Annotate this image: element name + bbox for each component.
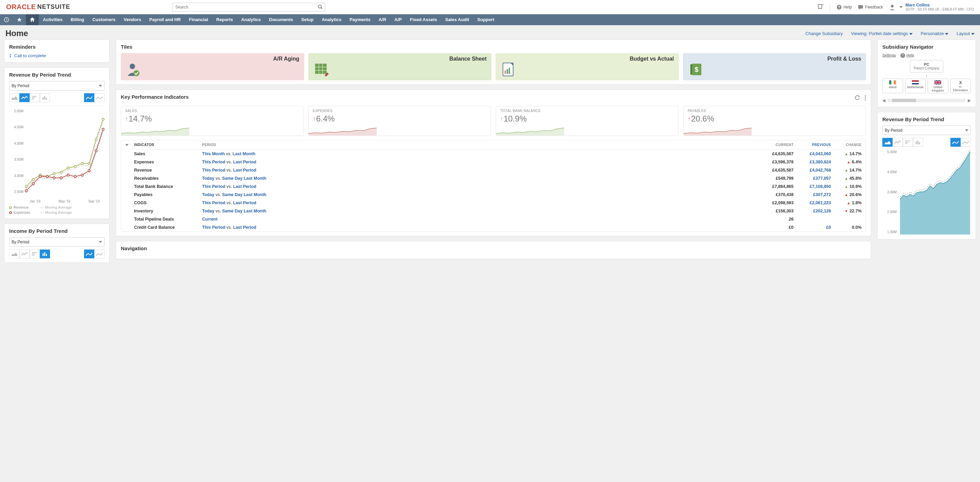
nav-item-sales-audit[interactable]: Sales Audit — [441, 14, 473, 25]
nav-item-billing[interactable]: Billing — [67, 14, 89, 25]
kpi-row[interactable]: Inventory Today vs. Same Day Last Month … — [121, 207, 865, 215]
hbar-chart-icon[interactable] — [30, 250, 40, 258]
kpi-card-total-bank-balance[interactable]: TOTAL BANK BALANCE ↑10.9% — [496, 106, 679, 136]
create-new-icon[interactable]: + — [818, 4, 824, 10]
subnav-help-link[interactable]: Help — [907, 53, 914, 57]
kpi-row[interactable]: Total Pipeline Deals Current 26 — [121, 215, 865, 223]
revenue-area-chart: 5.00M4.00M3.00M2.00M1.00M — [882, 150, 971, 235]
toggle-series-a-icon[interactable] — [84, 93, 94, 102]
toggle-series-a-icon[interactable] — [950, 138, 961, 147]
kpi-row[interactable]: Sales This Month vs. Last Month £4,635,5… — [121, 150, 865, 158]
chevron-down-icon — [965, 129, 969, 131]
nav-item-customers[interactable]: Customers — [89, 14, 120, 25]
help-icon: ? — [900, 53, 905, 58]
nav-item-activities[interactable]: Activities — [39, 14, 67, 25]
toggle-series-b-icon[interactable] — [94, 250, 105, 258]
nav-item-vendors[interactable]: Vendors — [119, 14, 145, 25]
kpi-row[interactable]: Payables Today vs. Same Day Last Month £… — [121, 191, 865, 199]
nav-item-support[interactable]: Support — [473, 14, 498, 25]
subsidiary-node[interactable]: eland — [882, 79, 903, 93]
svg-rect-82 — [916, 142, 917, 144]
reminder-item[interactable]: 1 Call to complete — [9, 53, 105, 58]
scroll-right-icon[interactable]: ▶ — [968, 98, 971, 103]
kpi-card-expenses[interactable]: EXPENSES ↑6.4% — [308, 106, 491, 136]
topbar-right: + ? Help Feedback Marc Collins SDTP - SS… — [818, 3, 974, 11]
line-chart-icon[interactable] — [892, 138, 903, 147]
svg-rect-69 — [891, 80, 894, 84]
toggle-series-b-icon[interactable] — [961, 138, 971, 147]
period-select[interactable]: By Period — [9, 81, 105, 91]
svg-rect-83 — [917, 141, 918, 144]
search-input[interactable] — [172, 3, 325, 11]
nav-item-setup[interactable]: Setup — [297, 14, 318, 25]
tile-budget-actual[interactable]: Budget vs Actual — [495, 53, 679, 80]
nav-item-payroll-and-hr[interactable]: Payroll and HR — [145, 14, 185, 25]
bar-chart-icon[interactable] — [913, 138, 923, 147]
subsidiary-node[interactable]: United Kingdom — [928, 79, 948, 93]
svg-point-30 — [25, 189, 27, 192]
tile-profit-loss[interactable]: Profit & Loss $ — [683, 53, 866, 80]
hbar-chart-icon[interactable] — [30, 93, 40, 102]
svg-point-32 — [39, 175, 41, 177]
nav-item-a-r[interactable]: A/R — [375, 14, 390, 25]
kpi-card-payables[interactable]: PAYABLES ↑20.6% — [683, 106, 866, 136]
area-chart-icon[interactable] — [9, 250, 19, 258]
change-subsidiary-link[interactable]: Change Subsidiary — [805, 31, 843, 36]
user-menu[interactable]: Marc Collins SDTP - SS FF MM UK - EMEA F… — [889, 3, 974, 11]
period-select[interactable]: By Period — [882, 126, 971, 135]
arrow-up-icon: ↑ — [688, 116, 690, 122]
kpi-row[interactable]: Revenue This Period vs. Last Period £4,6… — [121, 166, 865, 174]
nav-item-financial[interactable]: Financial — [185, 14, 212, 25]
history-icon[interactable] — [0, 14, 13, 25]
layout-link[interactable]: Layout — [956, 31, 975, 36]
area-chart-icon[interactable] — [882, 138, 892, 147]
subsidiary-node[interactable]: Netherlands — [905, 79, 926, 93]
toggle-series-b-icon[interactable] — [94, 93, 105, 102]
nav-item-analytics[interactable]: Analytics — [237, 14, 265, 25]
more-icon[interactable] — [865, 95, 866, 102]
tile-balance-sheet[interactable]: Balance Sheet — [308, 53, 492, 80]
scroll-left-icon[interactable]: ◀ — [882, 98, 885, 103]
period-select[interactable]: By Period — [9, 237, 105, 247]
kpi-card-sales[interactable]: SALES ↑14.7% — [121, 106, 304, 136]
hbar-chart-icon[interactable] — [903, 138, 913, 147]
line-chart-icon[interactable] — [19, 93, 30, 102]
tiles-title: Tiles — [121, 44, 866, 50]
help-icon[interactable]: ? Help — [837, 5, 852, 10]
star-icon[interactable] — [13, 14, 26, 25]
svg-rect-14 — [32, 99, 34, 99]
nav-items: ActivitiesBillingCustomersVendorsPayroll… — [39, 14, 498, 25]
subnav-settings-link[interactable]: Settings — [882, 53, 896, 57]
subsidiary-node[interactable]: XX-Elimination — [950, 79, 971, 93]
feedback-icon[interactable]: Feedback — [858, 5, 883, 10]
personalize-link[interactable]: Personalize — [921, 31, 949, 36]
nav-item-a-p[interactable]: A/P — [390, 14, 406, 25]
kpi-row[interactable]: Credit Card Balance This Period vs. Last… — [121, 223, 865, 231]
page-header: Home Change Subsidiary Viewing: Portlet … — [0, 25, 980, 40]
bar-chart-icon[interactable] — [40, 93, 50, 102]
chart-toolbar — [9, 93, 105, 102]
collapse-icon[interactable] — [125, 144, 129, 146]
svg-point-40 — [95, 150, 97, 152]
viewing-link[interactable]: Viewing: Portlet date settings — [851, 31, 913, 36]
kpi-row[interactable]: COGS This Period vs. Last Period £2,098,… — [121, 199, 865, 207]
parent-company-node[interactable]: PC Parent Company — [910, 60, 943, 73]
kpi-row[interactable]: Expenses This Period vs. Last Period £3,… — [121, 158, 865, 166]
nav-item-analytics[interactable]: Analytics — [318, 14, 345, 25]
kpi-row[interactable]: Receivables Today vs. Same Day Last Mont… — [121, 174, 865, 183]
tile-ar-aging[interactable]: A/R Aging — [121, 53, 304, 80]
toggle-series-a-icon[interactable] — [84, 250, 94, 258]
refresh-icon[interactable] — [854, 95, 860, 102]
nav-item-payments[interactable]: Payments — [345, 14, 374, 25]
kpi-row[interactable]: Total Bank Balance This Period vs. Last … — [121, 183, 865, 191]
income-trend-portlet: Income By Period Trend By Period — [4, 224, 110, 263]
bar-chart-icon[interactable] — [40, 250, 50, 258]
area-chart-icon[interactable] — [9, 93, 19, 102]
search-icon[interactable] — [318, 5, 323, 10]
nav-item-documents[interactable]: Documents — [265, 14, 298, 25]
scrollbar[interactable] — [888, 99, 966, 102]
nav-item-reports[interactable]: Reports — [212, 14, 237, 25]
nav-item-fixed-assets[interactable]: Fixed Assets — [406, 14, 441, 25]
line-chart-icon[interactable] — [19, 250, 30, 258]
home-icon[interactable] — [26, 14, 39, 25]
